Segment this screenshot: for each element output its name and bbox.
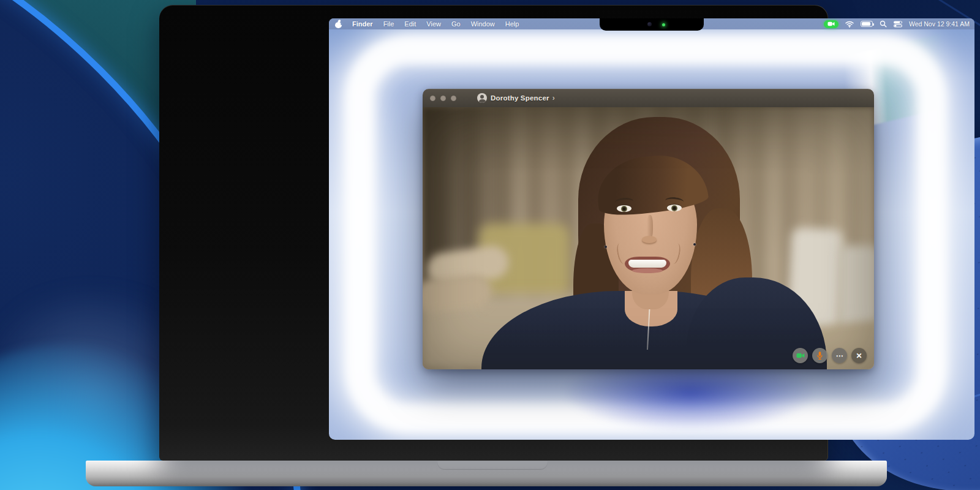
menu-item-view[interactable]: View: [426, 20, 441, 28]
video-camera-icon: [796, 353, 805, 358]
zoom-window-button[interactable]: [451, 96, 456, 101]
laptop-lid: Finder File Edit View Go Window Help: [159, 5, 828, 461]
menu-bar-clock[interactable]: Wed Nov 12 9:41 AM: [909, 20, 970, 28]
lid-lift-notch: [437, 461, 548, 470]
apple-logo-leaf: [337, 19, 341, 23]
webcam-notch: [600, 18, 704, 31]
call-window: Dorothy Spencer ›: [423, 89, 874, 369]
menu-bar-left: Finder File Edit View Go Window Help: [334, 20, 519, 28]
chevron-right-icon[interactable]: ›: [552, 94, 555, 102]
laptop-base: [86, 461, 887, 486]
camcorder-glyph: [827, 21, 835, 26]
battery-fill: [862, 22, 870, 26]
menu-item-file[interactable]: File: [383, 20, 394, 28]
menu-item-window[interactable]: Window: [471, 20, 495, 28]
ellipsis-icon: ⋯: [836, 352, 843, 360]
avatar-head: [480, 95, 484, 99]
menu-item-finder[interactable]: Finder: [352, 20, 373, 28]
webcam-active-led: [662, 23, 665, 26]
close-window-button[interactable]: [430, 96, 435, 101]
menu-bar-status-area: Wed Nov 12 9:41 AM: [824, 20, 970, 28]
end-call-button[interactable]: ✕: [851, 348, 867, 363]
avatar-torso: [479, 99, 486, 103]
call-window-title[interactable]: Dorothy Spencer: [491, 94, 549, 102]
menu-item-edit[interactable]: Edit: [404, 20, 416, 28]
control-center-icon[interactable]: [894, 21, 902, 28]
screenshot-stage: Finder File Edit View Go Window Help: [0, 0, 980, 490]
video-vignette: [423, 107, 874, 369]
laptop-display: Finder File Edit View Go Window Help: [329, 18, 974, 440]
more-options-button[interactable]: ⋯: [832, 348, 847, 363]
participant-avatar-icon: [477, 93, 487, 103]
call-controls: ⋯ ✕: [793, 348, 867, 363]
menu-item-help[interactable]: Help: [505, 20, 519, 28]
spotlight-search-icon[interactable]: [880, 20, 887, 28]
camera-in-use-indicator-icon[interactable]: [824, 20, 839, 28]
video-toggle-button[interactable]: [793, 348, 808, 363]
webcam-lens-icon: [647, 22, 652, 26]
battery-tip: [873, 23, 874, 26]
minimize-window-button[interactable]: [440, 96, 446, 101]
traffic-lights: [430, 96, 456, 101]
menu-item-go[interactable]: Go: [451, 20, 461, 28]
close-icon: ✕: [856, 352, 862, 360]
participant-video: [423, 107, 874, 369]
microphone-icon: [816, 351, 823, 360]
apple-logo-bite: [341, 23, 343, 25]
battery-icon[interactable]: [861, 21, 873, 27]
wifi-icon[interactable]: [845, 21, 854, 28]
apple-menu-icon[interactable]: [335, 20, 342, 28]
microphone-toggle-button[interactable]: [812, 348, 827, 363]
call-window-titlebar[interactable]: Dorothy Spencer ›: [423, 89, 874, 107]
